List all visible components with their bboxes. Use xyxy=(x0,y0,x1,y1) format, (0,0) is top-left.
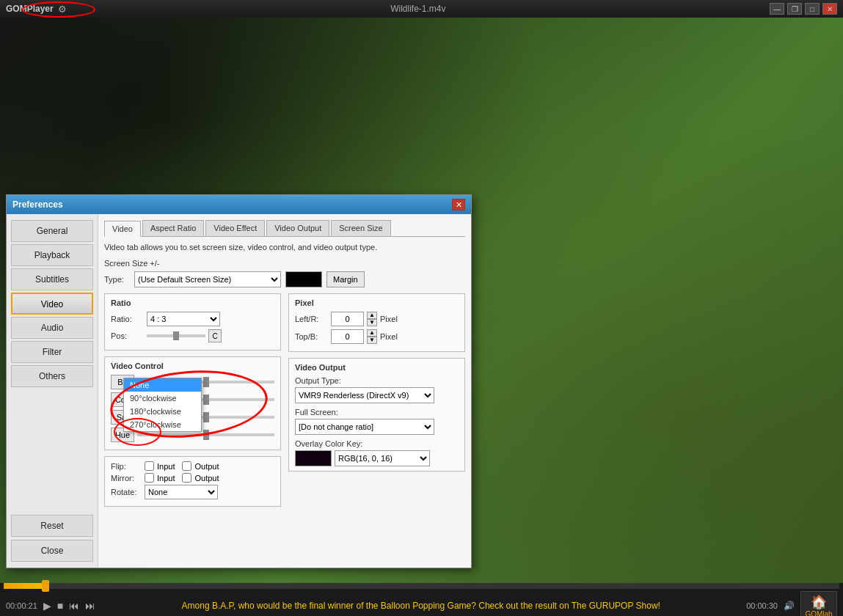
margin-button[interactable]: Margin xyxy=(326,271,365,287)
flip-row: Flip: Input Output xyxy=(111,461,274,471)
overlay-color-box xyxy=(295,450,332,466)
flip-input-checkbox[interactable] xyxy=(145,461,154,471)
rotate-option-90[interactable]: 90°clockwise xyxy=(124,392,201,405)
dialog-title: Preferences xyxy=(12,199,63,210)
rotate-select[interactable]: None 90°clockwise 180°clockwise 270°cloc… xyxy=(145,485,218,499)
next-button[interactable]: ⏭ xyxy=(85,600,95,612)
flip-output-label: Output xyxy=(194,462,219,471)
maximize-button[interactable]: □ xyxy=(805,3,820,15)
mirror-label: Mirror: xyxy=(111,474,142,483)
ratio-group: Ratio Ratio: 4 : 3 Pos: C xyxy=(104,293,281,351)
flip-mirror-group: Flip: Input Output Mirror: Input Output xyxy=(104,456,281,507)
output-type-label: Output Type: xyxy=(295,376,459,385)
tab-aspect-ratio[interactable]: Aspect Ratio xyxy=(142,220,204,236)
sat-thumb xyxy=(203,412,209,422)
progress-thumb xyxy=(42,580,49,592)
left-r-label: Left/R: xyxy=(295,315,328,323)
mirror-output-checkbox[interactable] xyxy=(182,473,191,483)
reset-button[interactable]: Reset xyxy=(11,515,93,537)
gear-icon[interactable]: ⚙ xyxy=(58,4,67,15)
sidebar-bottom: Reset Close xyxy=(11,515,93,562)
app-name: GOMPlayer xyxy=(6,4,54,14)
top-b-down[interactable]: ▼ xyxy=(367,337,377,344)
close-button[interactable]: ✕ xyxy=(822,3,837,15)
overlay-color-label: Overlay Color Key: xyxy=(295,439,459,448)
volume-icon[interactable]: 🔊 xyxy=(784,601,795,611)
flip-output-checkbox[interactable] xyxy=(182,461,191,471)
sidebar-item-others[interactable]: Others xyxy=(11,365,93,387)
mirror-input-checkbox[interactable] xyxy=(145,473,154,483)
hue-slider[interactable] xyxy=(137,433,274,436)
tab-video-output[interactable]: Video Output xyxy=(266,220,329,236)
top-b-row: Top/B: ▲ ▼ Pixel xyxy=(295,329,459,344)
dialog-title-bar: Preferences ✕ xyxy=(7,195,471,214)
rotate-option-270[interactable]: 270°clockwise xyxy=(124,418,201,431)
rotate-option-none[interactable]: None xyxy=(124,378,201,392)
pixel-group-title: Pixel xyxy=(295,298,459,307)
pixel-group: Pixel Left/R: ▲ ▼ Pixel Top/B: xyxy=(288,293,465,352)
type-select[interactable]: (Use Default Screen Size) xyxy=(134,271,281,287)
flip-label: Flip: xyxy=(111,462,142,471)
tab-video-effect[interactable]: Video Effect xyxy=(205,220,265,236)
bri-thumb xyxy=(203,377,209,387)
top-b-label: Top/B: xyxy=(295,332,328,341)
right-column: Pixel Left/R: ▲ ▼ Pixel Top/B: xyxy=(288,293,465,513)
ticker-text: Among B.A.P, who would be the final winn… xyxy=(101,601,740,611)
dialog-close-button[interactable]: ✕ xyxy=(452,199,465,210)
tab-description: Video tab allows you to set screen size,… xyxy=(104,243,465,252)
overlay-color-row: RGB(16, 0, 16) xyxy=(295,450,459,466)
sidebar-item-playback[interactable]: Playback xyxy=(11,244,93,266)
dialog-sidebar: General Playback Subtitles Video Audio F… xyxy=(7,214,98,568)
video-output-group: Video Output Output Type: VMR9 Renderles… xyxy=(288,358,465,472)
time-elapsed: 00:00:21 xyxy=(6,601,37,610)
ratio-group-title: Ratio xyxy=(111,298,274,307)
top-b-up[interactable]: ▲ xyxy=(367,329,377,337)
title-bar: GOMPlayer ⚙ Wildlife-1.m4v — ❐ □ ✕ xyxy=(0,0,843,18)
tab-screen-size[interactable]: Screen Size xyxy=(331,220,390,236)
tabs-row: Video Aspect Ratio Video Effect Video Ou… xyxy=(104,220,465,237)
pixel-label-2: Pixel xyxy=(380,332,398,341)
progress-bar[interactable] xyxy=(4,583,839,589)
left-r-spinners: ▲ ▼ xyxy=(367,312,377,326)
pixel-label-1: Pixel xyxy=(380,315,398,323)
type-label: Type: xyxy=(104,275,130,284)
tab-video[interactable]: Video xyxy=(104,221,141,237)
prev-button[interactable]: ⏮ xyxy=(69,600,79,612)
sidebar-item-subtitles[interactable]: Subtitles xyxy=(11,268,93,290)
top-b-input[interactable] xyxy=(331,329,364,344)
dialog-body: General Playback Subtitles Video Audio F… xyxy=(7,214,471,568)
time-total: 00:00:30 xyxy=(746,601,778,610)
play-pause-button[interactable]: ▶ xyxy=(43,600,51,612)
left-r-down[interactable]: ▼ xyxy=(367,319,377,326)
preferences-dialog: Preferences ✕ General Playback Subtitles… xyxy=(6,194,472,568)
sidebar-item-filter[interactable]: Filter xyxy=(11,341,93,363)
title-bar-right: — ❐ □ ✕ xyxy=(770,3,837,15)
ratio-label: Ratio: xyxy=(111,315,144,323)
rotate-row: Rotate: None 90°clockwise 180°clockwise … xyxy=(111,485,274,499)
title-bar-left: GOMPlayer ⚙ xyxy=(6,4,67,15)
minimize-button[interactable]: — xyxy=(770,3,784,15)
screen-size-label: Screen Size +/- xyxy=(104,259,465,268)
screen-size-row: Type: (Use Default Screen Size) Margin xyxy=(104,271,465,287)
overlay-color-select[interactable]: RGB(16, 0, 16) xyxy=(335,450,430,466)
pos-slider[interactable] xyxy=(147,334,205,337)
sidebar-item-general[interactable]: General xyxy=(11,220,93,242)
rotate-label: Rotate: xyxy=(111,488,142,496)
gom-lab-button[interactable]: 🏠 GOMlab xyxy=(800,591,837,616)
full-screen-select[interactable]: [Do not change ratio] xyxy=(295,419,434,435)
close-dialog-button[interactable]: Close xyxy=(11,540,93,562)
left-r-row: Left/R: ▲ ▼ Pixel xyxy=(295,312,459,326)
sidebar-item-video[interactable]: Video xyxy=(11,293,93,315)
left-r-up[interactable]: ▲ xyxy=(367,312,377,319)
ratio-select[interactable]: 4 : 3 xyxy=(147,312,220,326)
con-thumb xyxy=(203,395,209,405)
restore-button[interactable]: ❐ xyxy=(787,3,802,15)
sidebar-item-audio[interactable]: Audio xyxy=(11,317,93,339)
c-reset-button[interactable]: C xyxy=(208,329,222,342)
left-r-input[interactable] xyxy=(331,312,364,326)
hue-thumb xyxy=(203,430,209,440)
rotate-option-180[interactable]: 180°clockwise xyxy=(124,405,201,418)
flip-input-label: Input xyxy=(157,462,175,471)
stop-button[interactable]: ■ xyxy=(57,600,63,612)
output-type-select[interactable]: VMR9 Renderless (DirectX v9) xyxy=(295,387,434,403)
